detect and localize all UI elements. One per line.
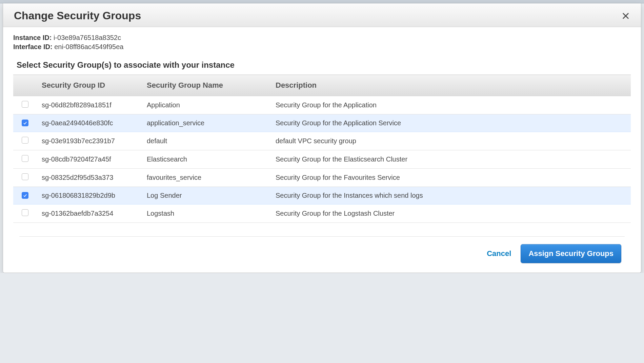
row-checkbox[interactable] (22, 137, 28, 144)
instance-id-label: Instance ID: (13, 34, 52, 41)
dialog-header: Change Security Groups (3, 3, 641, 27)
row-checkbox[interactable] (22, 101, 28, 108)
change-security-groups-dialog: Change Security Groups Instance ID: i-03… (3, 3, 641, 273)
security-group-id: sg-0aea2494046e830fc (37, 114, 142, 132)
row-checkbox[interactable] (22, 155, 28, 162)
backdrop-strip (0, 0, 644, 3)
security-group-name: Elasticsearch (142, 150, 271, 169)
column-header-name[interactable]: Security Group Name (142, 75, 271, 96)
security-group-description: Security Group for the Logstash Cluster (271, 205, 631, 223)
security-group-name: application_service (142, 114, 271, 132)
table-row[interactable]: sg-03e9193b7ec2391b7defaultdefault VPC s… (13, 132, 631, 150)
security-group-id: sg-061806831829b2d9b (37, 187, 142, 205)
security-group-description: Security Group for the Instances which s… (271, 187, 631, 205)
close-icon[interactable] (621, 12, 630, 20)
row-checkbox[interactable] (22, 120, 28, 126)
table-row[interactable]: sg-061806831829b2d9bLog SenderSecurity G… (13, 187, 631, 205)
assign-security-groups-button[interactable]: Assign Security Groups (521, 244, 621, 263)
interface-id-label: Interface ID: (13, 43, 53, 50)
table-row[interactable]: sg-0aea2494046e830fcapplication_serviceS… (13, 114, 631, 132)
security-group-description: default VPC security group (271, 132, 631, 150)
interface-id-value: eni-08ff86ac4549f95ea (54, 43, 123, 50)
security-group-name: Log Sender (142, 187, 271, 205)
instance-id-value: i-03e89a76518a8352c (54, 34, 121, 41)
security-group-id: sg-01362baefdb7a3254 (37, 205, 142, 223)
security-group-name: default (142, 132, 271, 150)
security-groups-table: Security Group ID Security Group Name De… (13, 74, 631, 223)
row-checkbox[interactable] (22, 209, 28, 216)
security-group-description: Security Group for the Favourites Servic… (271, 169, 631, 187)
table-row[interactable]: sg-01362baefdb7a3254LogstashSecurity Gro… (13, 205, 631, 223)
dialog-title: Change Security Groups (14, 9, 141, 22)
table-row[interactable]: sg-08cdb79204f27a45fElasticsearchSecurit… (13, 150, 631, 169)
row-checkbox-cell (13, 132, 37, 150)
table-row[interactable]: sg-06d82bf8289a1851fApplicationSecurity … (13, 96, 631, 114)
security-group-name: favourites_service (142, 169, 271, 187)
cancel-button[interactable]: Cancel (485, 247, 512, 261)
security-group-name: Application (142, 96, 271, 114)
table-header-row: Security Group ID Security Group Name De… (13, 75, 631, 96)
instance-id-row: Instance ID: i-03e89a76518a8352c (13, 34, 631, 42)
interface-id-row: Interface ID: eni-08ff86ac4549f95ea (13, 43, 631, 51)
security-group-id: sg-03e9193b7ec2391b7 (37, 132, 142, 150)
security-group-description: Security Group for the Application (271, 96, 631, 114)
dialog-footer: Cancel Assign Security Groups (19, 236, 625, 273)
row-checkbox-cell (13, 205, 37, 223)
row-checkbox[interactable] (22, 192, 28, 199)
instruction-text: Select Security Group(s) to associate wi… (17, 60, 631, 70)
column-header-description[interactable]: Description (271, 75, 631, 96)
dialog-body: Instance ID: i-03e89a76518a8352c Interfa… (3, 27, 641, 273)
column-header-checkbox (13, 75, 37, 96)
security-group-description: Security Group for the Application Servi… (271, 114, 631, 132)
row-checkbox-cell (13, 187, 37, 205)
security-group-name: Logstash (142, 205, 271, 223)
security-group-description: Security Group for the Elasticsearch Clu… (271, 150, 631, 169)
row-checkbox-cell (13, 96, 37, 114)
security-group-id: sg-06d82bf8289a1851f (37, 96, 142, 114)
security-group-id: sg-08cdb79204f27a45f (37, 150, 142, 169)
row-checkbox-cell (13, 114, 37, 132)
column-header-id[interactable]: Security Group ID (37, 75, 142, 96)
row-checkbox[interactable] (22, 173, 28, 180)
security-group-id: sg-08325d2f95d53a373 (37, 169, 142, 187)
row-checkbox-cell (13, 150, 37, 169)
row-checkbox-cell (13, 169, 37, 187)
table-row[interactable]: sg-08325d2f95d53a373favourites_serviceSe… (13, 169, 631, 187)
